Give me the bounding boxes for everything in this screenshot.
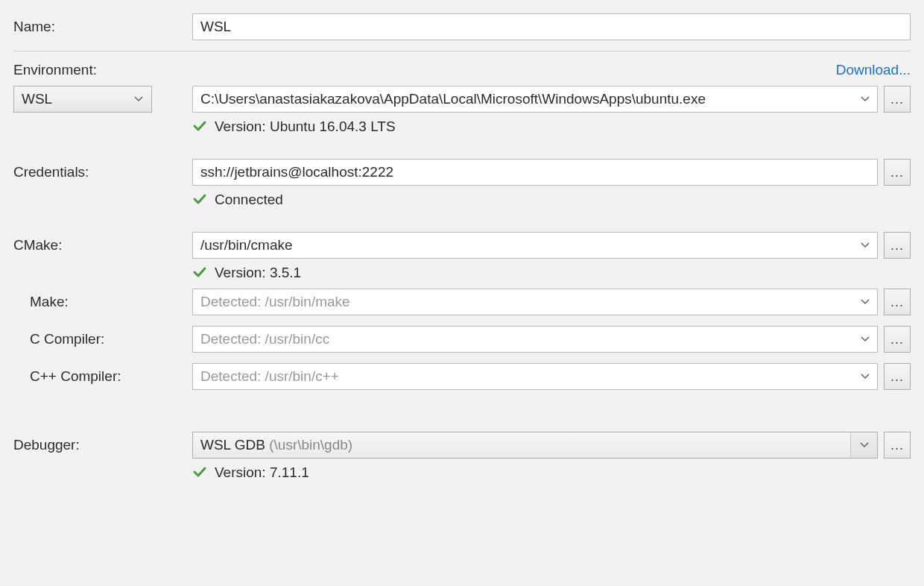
check-icon [192, 465, 207, 480]
make-input[interactable] [192, 289, 878, 315]
make-label: Make: [13, 294, 192, 310]
debugger-path: (\usr\bin\gdb) [269, 437, 352, 453]
environment-status: Version: Ubuntu 16.04.3 LTS [215, 119, 396, 135]
name-label: Name: [13, 19, 192, 35]
environment-type-select[interactable]: WSL [13, 86, 152, 113]
check-icon [192, 265, 207, 280]
environment-label: Environment: [13, 62, 97, 78]
environment-path-input[interactable] [192, 86, 878, 113]
cmake-browse-button[interactable]: ... [884, 232, 911, 259]
c-compiler-label: C Compiler: [13, 331, 192, 347]
check-icon [192, 119, 207, 134]
debugger-status: Version: 7.11.1 [215, 464, 309, 481]
chevron-down-icon [860, 94, 870, 104]
c-compiler-browse-button[interactable]: ... [884, 326, 911, 353]
cxx-compiler-label: C++ Compiler: [13, 368, 192, 385]
make-browse-button[interactable]: ... [884, 289, 911, 315]
download-link[interactable]: Download... [836, 62, 911, 78]
separator [13, 51, 911, 51]
chevron-down-icon [860, 371, 870, 382]
c-compiler-input[interactable] [192, 326, 878, 353]
chevron-down-icon [860, 334, 870, 344]
name-input[interactable] [192, 13, 911, 40]
cxx-compiler-browse-button[interactable]: ... [884, 363, 911, 390]
debugger-label: Debugger: [13, 437, 192, 453]
debugger-select[interactable]: WSL GDB (\usr\bin\gdb) [192, 432, 878, 459]
environment-browse-button[interactable]: ... [884, 86, 911, 113]
chevron-down-icon [860, 240, 870, 251]
credentials-label: Credentials: [13, 164, 192, 180]
cxx-compiler-input[interactable] [192, 363, 878, 390]
cmake-status: Version: 3.5.1 [215, 265, 301, 281]
chevron-down-icon [133, 94, 144, 104]
credentials-input[interactable] [192, 159, 878, 186]
cmake-input[interactable] [192, 232, 878, 259]
credentials-status: Connected [215, 192, 283, 208]
debugger-browse-button[interactable]: ... [884, 432, 911, 459]
environment-type-value: WSL [22, 91, 133, 107]
cmake-label: CMake: [13, 237, 192, 253]
chevron-down-icon [859, 440, 870, 450]
chevron-down-icon [860, 297, 870, 307]
credentials-browse-button[interactable]: ... [884, 159, 911, 186]
debugger-name: WSL GDB [200, 437, 265, 453]
check-icon [192, 192, 207, 207]
